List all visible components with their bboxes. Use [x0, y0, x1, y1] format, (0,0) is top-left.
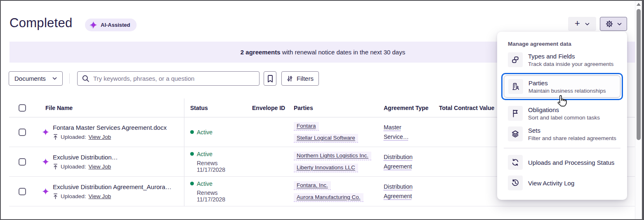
sync-icon	[508, 155, 523, 170]
search-bar[interactable]	[77, 71, 259, 86]
filters-icon	[287, 75, 293, 82]
uploaded-label: Uploaded:	[61, 193, 86, 199]
chevron-down-icon	[52, 77, 57, 80]
chevron-down-icon	[617, 23, 622, 26]
file-name-link[interactable]: Fontara Master Services Agreement.docx	[53, 124, 167, 131]
row-checkbox[interactable]	[19, 188, 26, 195]
row-checkbox[interactable]	[19, 158, 26, 166]
layers-icon	[508, 126, 523, 141]
upload-icon	[53, 193, 58, 199]
menu-item-parties-highlight: Parties Maintain business relationships	[501, 73, 623, 100]
banner-text: with renewal notice dates in the next 30…	[281, 49, 406, 56]
menu-item-uploads-processing-status[interactable]: Uploads and Processing Status	[503, 153, 621, 172]
menu-item-title: Uploads and Processing Status	[528, 159, 614, 166]
agreement-type-value[interactable]: Distribution Agreement	[384, 183, 413, 199]
search-input[interactable]	[93, 75, 255, 82]
filters-button[interactable]: Filters	[281, 71, 319, 86]
status-dot	[190, 182, 194, 185]
party-link[interactable]: Fontara	[294, 122, 319, 131]
parties-icon	[508, 79, 523, 94]
menu-item-types-and-fields[interactable]: Types and Fields Track data inside your …	[503, 50, 621, 69]
status-dot	[190, 152, 194, 156]
scrollbar-thumb[interactable]	[637, 9, 641, 140]
menu-item-title: Sets	[528, 127, 616, 134]
ai-assisted-badge: AI-Assisted	[85, 19, 137, 31]
menu-item-title: Obligations	[528, 106, 600, 113]
view-job-link[interactable]: View Job	[89, 193, 111, 199]
ai-sparkle-icon	[42, 129, 49, 136]
status-dot	[190, 130, 194, 134]
ai-sparkle-icon	[42, 188, 49, 195]
scroll-up-arrow-icon[interactable]	[637, 3, 641, 6]
sparkle-icon	[90, 21, 97, 29]
menu-item-title: Parties	[528, 80, 606, 87]
saved-searches-button[interactable]	[264, 71, 276, 86]
menu-item-subtitle: Track data inside your agreements	[528, 61, 613, 67]
status-label: Active	[197, 180, 212, 187]
settings-button[interactable]	[600, 17, 627, 31]
agreement-type-value[interactable]: Master Service…	[384, 124, 409, 140]
menu-item-view-activity-log[interactable]: View Activity Log	[503, 173, 621, 192]
status-label: Active	[197, 129, 212, 136]
party-link[interactable]: Liberty Innovations LLC	[294, 164, 358, 172]
search-icon	[82, 75, 90, 82]
select-all-checkbox[interactable]	[19, 104, 26, 112]
party-link[interactable]: Fontara, Inc.	[294, 181, 331, 190]
column-header-status: Status	[184, 105, 246, 111]
vertical-scrollbar[interactable]	[635, 1, 642, 219]
menu-item-title: View Activity Log	[528, 180, 574, 187]
menu-divider	[504, 148, 620, 148]
page-title: Completed	[9, 16, 73, 30]
menu-item-subtitle: Maintain business relationships	[528, 88, 606, 94]
view-job-link[interactable]: View Job	[89, 164, 111, 170]
view-job-link[interactable]: View Job	[89, 134, 111, 140]
row-checkbox[interactable]	[19, 129, 26, 136]
agreement-type-value[interactable]: Distribution Agreement	[384, 154, 413, 169]
chevron-down-icon	[585, 23, 590, 26]
filters-label: Filters	[297, 75, 314, 82]
ai-sparkle-icon	[42, 158, 49, 165]
menu-header: Manage agreement data	[508, 41, 616, 47]
uploaded-label: Uploaded:	[61, 164, 86, 170]
menu-item-title: Types and Fields	[528, 53, 613, 60]
menu-item-subtitle: Sort and label common tasks	[528, 115, 600, 121]
manage-agreement-data-menu: Manage agreement data Types and Fields T…	[497, 32, 627, 200]
uploaded-label: Uploaded:	[61, 134, 86, 140]
column-header-file-name: File Name	[45, 105, 73, 111]
party-link[interactable]: Aurora Manufacturing Co.	[294, 193, 363, 202]
file-name-link[interactable]: Exclusive Distribution…	[53, 154, 118, 161]
menu-item-parties[interactable]: Parties Maintain business relationships	[504, 75, 620, 98]
status-label: Active	[197, 151, 212, 157]
ai-badge-label: AI-Assisted	[101, 22, 130, 28]
menu-item-obligations[interactable]: Obligations Sort and label common tasks	[503, 104, 621, 123]
agreements-page: Completed AI-Assisted +	[0, 0, 644, 220]
types-and-fields-icon	[508, 52, 523, 67]
column-header-agreement-type: Agreement Type	[380, 105, 435, 111]
column-header-envelope-id: Envelope ID	[246, 105, 290, 111]
flag-icon	[508, 106, 523, 121]
documents-scope-label: Documents	[14, 75, 46, 82]
banner-count: 2 agreements	[241, 49, 281, 56]
party-link[interactable]: Stellar Logical Software	[294, 134, 358, 143]
history-icon	[508, 176, 523, 190]
renewal-date: Renews 11/17/2028	[197, 160, 246, 173]
menu-item-sets[interactable]: Sets Filter and share related agreements	[503, 124, 621, 143]
gear-icon	[606, 20, 613, 28]
toolbar-separator	[69, 73, 70, 84]
renewal-date: Renews 11/17/2028	[197, 190, 246, 203]
documents-scope-dropdown[interactable]: Documents	[9, 71, 63, 86]
party-link[interactable]: Northern Lights Logistics Inc.	[294, 152, 371, 160]
plus-icon: +	[575, 19, 580, 28]
upload-icon	[53, 134, 58, 140]
bookmark-icon	[267, 75, 273, 82]
file-name-link[interactable]: Exclusive Distribution Agreement_Aurora…	[53, 183, 172, 190]
upload-icon	[53, 164, 58, 170]
menu-item-subtitle: Filter and share related agreements	[528, 135, 616, 141]
add-agreement-button[interactable]: +	[568, 17, 596, 31]
column-header-parties: Parties	[290, 105, 380, 111]
